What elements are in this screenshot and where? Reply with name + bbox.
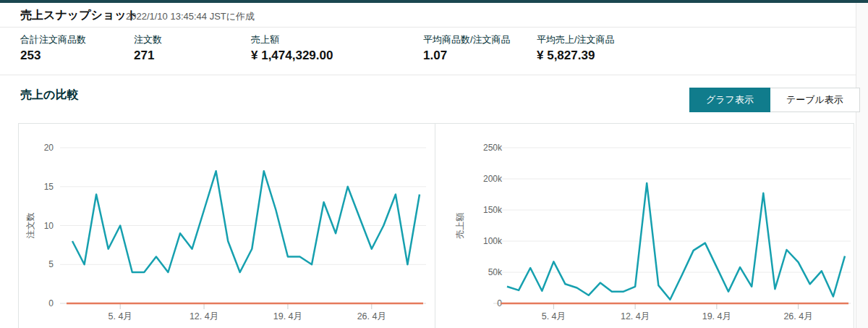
sales-line-chart[interactable]: 050k100k150k200k250k5. 4月12. 4月19. 4月26.… — [435, 124, 854, 328]
stat-value: 271 — [134, 49, 162, 63]
y-tick-label: 0 — [48, 298, 54, 308]
stat-value: 253 — [20, 49, 86, 63]
sales-chart-panel[interactable]: 050k100k150k200k250k5. 4月12. 4月19. 4月26.… — [435, 124, 854, 328]
graph-view-button[interactable]: グラフ表示 — [689, 88, 770, 112]
report-created-timestamp: 2022/1/10 13:45:44 JSTに作成 — [126, 10, 255, 23]
y-tick-label: 15 — [44, 182, 54, 192]
stat-label: 合計注文商品数 — [20, 33, 86, 46]
x-tick-label: 5. 4月 — [542, 311, 566, 321]
orders-line-chart[interactable]: 051015205. 4月12. 4月19. 4月26. 4月注文数 — [19, 124, 435, 328]
stat-avg-sales-per-item: 平均売上/注文商品 ¥ 5,827.39 — [537, 33, 615, 63]
stat-label: 平均売上/注文商品 — [537, 33, 615, 46]
x-tick-label: 5. 4月 — [109, 311, 132, 321]
sales-comparison-title: 売上の比較 — [20, 88, 78, 103]
stat-label: 平均商品数/注文商品 — [423, 33, 511, 46]
y-tick-label: 200k — [483, 174, 503, 184]
x-tick-label: 19. 4月 — [273, 311, 302, 321]
report-header: 売上スナップショット 2022/1/10 13:45:44 JSTに作成 — [0, 3, 856, 28]
y-tick-label: 10 — [44, 221, 54, 231]
y-tick-label: 50k — [488, 267, 503, 277]
view-toggle-group: グラフ表示 テーブル表示 — [689, 88, 860, 112]
orders-chart-panel[interactable]: 051015205. 4月12. 4月19. 4月26. 4月注文数 — [19, 124, 435, 328]
stat-order-count: 注文数 271 — [134, 33, 162, 63]
y-tick-label: 100k — [483, 236, 503, 246]
stat-value: ¥ 1,474,329.00 — [251, 49, 333, 63]
summary-stats-row: 合計注文商品数 253 注文数 271 売上額 ¥ 1,474,329.00 平… — [0, 28, 856, 75]
stat-sales-amount: 売上額 ¥ 1,474,329.00 — [251, 33, 333, 63]
x-tick-label: 12. 4月 — [190, 311, 218, 321]
y-tick-label: 250k — [483, 143, 503, 153]
stat-value: ¥ 5,827.39 — [537, 49, 615, 63]
comparison-chart-card: 051015205. 4月12. 4月19. 4月26. 4月注文数 050k1… — [18, 123, 854, 328]
y-tick-label: 150k — [483, 205, 503, 215]
x-tick-label: 26. 4月 — [783, 311, 812, 321]
stat-label: 売上額 — [251, 33, 333, 46]
stat-avg-items-per-order: 平均商品数/注文商品 1.07 — [423, 33, 511, 63]
y-axis-title: 注文数 — [25, 213, 35, 239]
stat-label: 注文数 — [134, 33, 162, 46]
y-axis-title: 売上額 — [455, 213, 465, 239]
stat-value: 1.07 — [423, 49, 511, 63]
x-tick-label: 19. 4月 — [702, 311, 731, 321]
y-tick-label: 5 — [48, 259, 54, 269]
y-tick-label: 20 — [44, 143, 54, 153]
x-tick-label: 26. 4月 — [357, 311, 386, 321]
table-view-button[interactable]: テーブル表示 — [770, 88, 860, 112]
content-right-edge — [856, 3, 868, 328]
x-tick-label: 12. 4月 — [621, 311, 650, 321]
page-title: 売上スナップショット — [20, 8, 138, 23]
stat-total-order-items: 合計注文商品数 253 — [20, 33, 86, 63]
